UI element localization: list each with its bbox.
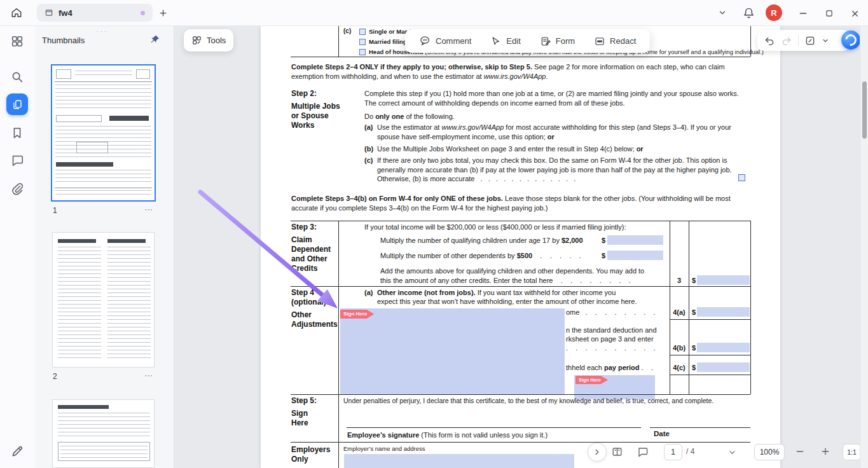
tabs-dropdown-button[interactable] bbox=[717, 8, 727, 18]
date-label: Date bbox=[654, 430, 670, 437]
step2c-label: (c) bbox=[364, 156, 373, 165]
step3-dependents-amount-field[interactable] bbox=[607, 251, 663, 260]
c-leader-dots: . . . . . . . . . . . . . bbox=[474, 175, 575, 182]
step4c-field[interactable] bbox=[697, 362, 750, 372]
panel-drag-handle[interactable]: ··· bbox=[96, 26, 108, 36]
signature-field-large[interactable] bbox=[340, 308, 565, 394]
page-menu-button-1[interactable]: ⋯ bbox=[144, 205, 153, 214]
p2-bold: only one bbox=[375, 113, 404, 120]
page-view-button[interactable] bbox=[611, 446, 623, 458]
step4a-line1: Other income (not from jobs). If you wan… bbox=[377, 288, 616, 298]
undo-icon[interactable] bbox=[764, 35, 775, 46]
search-button[interactable] bbox=[10, 70, 24, 84]
new-tab-button[interactable] bbox=[156, 6, 169, 19]
pages-icon bbox=[11, 99, 24, 111]
user-avatar[interactable]: R bbox=[766, 4, 782, 21]
page-menu-button-2[interactable]: ⋯ bbox=[144, 371, 153, 380]
zoom-out-button[interactable] bbox=[795, 446, 805, 457]
comment-button[interactable]: Comment bbox=[411, 29, 479, 53]
filing-single-checkbox[interactable] bbox=[359, 29, 366, 35]
maximize-button[interactable] bbox=[822, 6, 836, 20]
comments-button[interactable] bbox=[10, 153, 24, 167]
intro-bold: Complete Steps 2–4 ONLY if they apply to… bbox=[291, 63, 532, 71]
edit-button[interactable]: Edit bbox=[483, 29, 528, 53]
step4b-field[interactable] bbox=[697, 343, 750, 352]
ai-assistant-button[interactable] bbox=[841, 31, 860, 50]
pdf-page: (c) Single or Married filing separately … bbox=[261, 25, 780, 468]
notifications-button[interactable] bbox=[741, 6, 755, 20]
step2-title-1: Multiple Jobs bbox=[291, 102, 340, 111]
step3-intro: If your total income will be $200,000 or… bbox=[364, 223, 626, 232]
filing-head-checkbox[interactable] bbox=[359, 49, 366, 55]
step4a-fragment: ome . . . . . . . . bbox=[566, 308, 656, 317]
a-pre: Use the estimator at bbox=[377, 123, 442, 131]
intro-period: . bbox=[546, 72, 548, 80]
left-icon-rail bbox=[0, 25, 36, 468]
book-view-icon bbox=[611, 446, 623, 458]
home-button[interactable] bbox=[9, 5, 24, 20]
page-thumbnail-1[interactable] bbox=[52, 65, 155, 200]
step4-title-2: Adjustments bbox=[291, 320, 338, 329]
attachments-button[interactable] bbox=[10, 182, 24, 196]
tool-dropdown-chevron-icon[interactable] bbox=[822, 37, 829, 45]
step3-children-amount-field[interactable] bbox=[607, 235, 663, 245]
page-number-input[interactable]: 1 bbox=[664, 444, 682, 460]
tools-label: Tools bbox=[207, 36, 226, 45]
vertical-scrollbar[interactable] bbox=[860, 25, 868, 468]
step4b-currency: $ bbox=[692, 343, 696, 353]
sig-rest: (This form is not valid unless you sign … bbox=[419, 431, 548, 439]
close-button[interactable] bbox=[848, 6, 862, 20]
chevron-right-icon bbox=[593, 448, 602, 457]
bell-icon bbox=[743, 7, 755, 19]
page-list-button[interactable] bbox=[728, 448, 736, 457]
step3-title-2: Dependent bbox=[291, 245, 331, 254]
scrollbar-thumb[interactable] bbox=[862, 81, 867, 139]
employers-label-1: Employers bbox=[291, 445, 330, 454]
zoom-in-button[interactable] bbox=[820, 446, 830, 457]
step4a-bold: Other income (not from jobs). bbox=[377, 289, 476, 296]
step2-paragraph: Complete this step if you (1) hold more … bbox=[364, 89, 750, 107]
search-icon bbox=[10, 70, 24, 84]
comment-toggle-button[interactable] bbox=[637, 446, 649, 458]
page-total-label: / 4 bbox=[686, 447, 694, 456]
minus-icon bbox=[795, 446, 805, 457]
step2-title-2: or Spouse bbox=[291, 111, 329, 120]
employer-name-field[interactable] bbox=[344, 454, 574, 468]
pen-tool-button[interactable] bbox=[10, 444, 24, 458]
step4a-field[interactable] bbox=[697, 307, 750, 317]
document-tab[interactable]: fw4 bbox=[37, 4, 153, 22]
step5-title-2: Here bbox=[291, 418, 308, 427]
filing-married-checkbox[interactable] bbox=[359, 39, 366, 45]
apps-grid-button[interactable] bbox=[10, 34, 24, 48]
minimize-button[interactable] bbox=[796, 6, 810, 20]
thumbnails-panel-button[interactable] bbox=[6, 93, 28, 115]
chevron-down-icon bbox=[718, 8, 727, 17]
step4-optional: (optional): bbox=[291, 298, 329, 306]
redo-icon[interactable] bbox=[781, 35, 792, 46]
close-icon bbox=[850, 9, 860, 18]
step4b-line-number: 4(b) bbox=[670, 343, 689, 353]
bookmarks-button[interactable] bbox=[10, 126, 24, 140]
zoom-level-input[interactable]: 100% bbox=[754, 444, 785, 460]
expand-panel-button[interactable] bbox=[588, 443, 607, 462]
pin-panel-button[interactable] bbox=[149, 34, 161, 46]
step2c-checkbox[interactable] bbox=[738, 174, 745, 181]
r1-pre: Multiply the number of qualifying childr… bbox=[380, 237, 561, 244]
steps34-note: Complete Steps 3–4(b) on Form W-4 for on… bbox=[291, 194, 750, 212]
form-button[interactable]: Form bbox=[532, 29, 582, 53]
actual-size-button[interactable]: 1:1 bbox=[843, 444, 861, 460]
tools-button[interactable]: Tools bbox=[184, 29, 233, 52]
step2b-text: Use the Multiple Jobs Worksheet on page … bbox=[377, 144, 750, 154]
step3-total-field[interactable] bbox=[697, 275, 750, 285]
page-thumbnail-3[interactable] bbox=[52, 399, 155, 468]
redact-button[interactable]: Redact bbox=[586, 29, 644, 53]
step3-label: Step 3: bbox=[291, 223, 317, 231]
filing-c-label: (c) bbox=[343, 27, 351, 34]
page-number-label-1: 1 bbox=[53, 206, 57, 215]
step4b-fragment-2: rksheet on page 3 and enter bbox=[566, 334, 654, 344]
page-thumbnail-2[interactable] bbox=[52, 232, 155, 368]
p2-pre: Do bbox=[364, 113, 375, 120]
stamp-tool-icon[interactable] bbox=[804, 35, 816, 46]
avatar-initial: R bbox=[771, 8, 776, 18]
step4a-rest: If you want tax withheld for other incom… bbox=[476, 289, 616, 296]
